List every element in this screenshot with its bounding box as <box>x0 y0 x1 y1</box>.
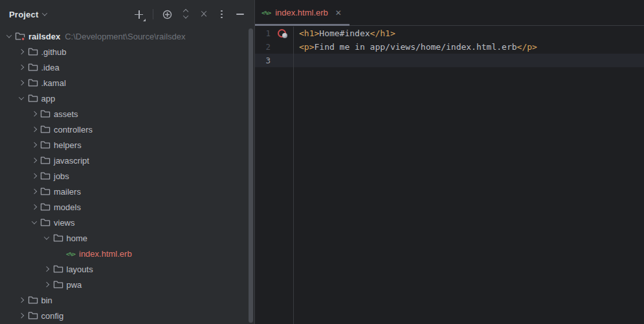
tree-item-config[interactable]: config <box>0 308 248 323</box>
folder-icon <box>39 155 52 166</box>
close-tab-icon[interactable]: ✕ <box>335 9 342 17</box>
tree-item-jobs[interactable]: jobs <box>0 168 248 184</box>
tree-item-label: jobs <box>54 171 69 181</box>
rails-action-gutter-icon[interactable] <box>271 29 293 38</box>
project-view-selector[interactable]: Project <box>9 10 47 19</box>
tree-scrollbar-thumb[interactable] <box>249 28 253 323</box>
project-tool-window: Project <box>0 0 254 324</box>
tree-toggle[interactable] <box>17 81 27 85</box>
tree-toggle[interactable] <box>29 205 39 209</box>
tree-toggle[interactable] <box>17 50 27 54</box>
tree-toggle[interactable] <box>4 34 14 38</box>
project-path: C:\Development\Source\railsdex <box>65 32 185 41</box>
tree-item-pwa[interactable]: pwa <box>0 277 248 292</box>
tree-item-label: app <box>41 94 56 103</box>
tree-toggle[interactable] <box>42 267 52 271</box>
tree-toggle[interactable] <box>29 221 39 224</box>
project-root-folder-icon <box>14 31 27 41</box>
tree-toggle[interactable] <box>17 314 27 318</box>
editor-tab-index-html-erb[interactable]: <%> index.html.erb ✕ <box>255 0 350 25</box>
gutter-divider <box>255 67 294 324</box>
tree-item--kamal[interactable]: .kamal <box>0 75 248 91</box>
tree-item-bin[interactable]: bin <box>0 292 248 308</box>
erb-file-icon: <%> <box>261 9 271 16</box>
tree-item-javascript[interactable]: javascript <box>0 153 248 168</box>
line-number: 1 <box>255 28 271 38</box>
text-token: Home#index <box>319 28 370 38</box>
chevron-right-icon <box>19 49 24 54</box>
folder-icon <box>52 279 65 290</box>
tree-item-controllers[interactable]: controllers <box>0 122 248 137</box>
tree-item-index-html-erb[interactable]: <%>index.html.erb <box>0 246 248 261</box>
collapse-all-button[interactable] <box>198 9 209 20</box>
tree-item-assets[interactable]: assets <box>0 106 248 122</box>
expand-all-button[interactable] <box>180 9 191 20</box>
erb-file-icon: <%> <box>64 250 77 257</box>
chevron-right-icon <box>19 80 24 85</box>
code-line-caret[interactable]: 3 <box>255 54 644 67</box>
folder-icon <box>27 310 39 321</box>
tree-item--idea[interactable]: .idea <box>0 59 248 75</box>
code-editor[interactable]: 1<h1>Home#index</h1>2<p>Find me in app/v… <box>255 27 644 324</box>
chevron-right-icon <box>31 189 36 194</box>
folder-icon <box>52 264 65 274</box>
tree-item-label: models <box>54 202 81 212</box>
folder-icon <box>39 171 52 181</box>
tree-item-label: mailers <box>54 187 81 197</box>
code-line[interactable]: 2<p>Find me in app/views/home/index.html… <box>255 40 644 54</box>
tree-item-helpers[interactable]: helpers <box>0 137 248 153</box>
more-options-button[interactable] <box>216 9 227 20</box>
tree-item-mailers[interactable]: mailers <box>0 184 248 199</box>
tree-item-layouts[interactable]: layouts <box>0 261 248 277</box>
locate-opened-file-button[interactable] <box>162 9 173 20</box>
html-tag-token: </h1> <box>370 28 395 38</box>
folder-icon <box>39 217 52 228</box>
tree-item--github[interactable]: .github <box>0 44 248 59</box>
folder-icon <box>27 93 39 103</box>
chevron-right-icon <box>31 142 36 147</box>
folder-icon <box>27 47 39 57</box>
tree-item-railsdex[interactable]: railsdexC:\Development\Source\railsdex <box>0 28 248 44</box>
tree-toggle[interactable] <box>17 65 27 69</box>
toolbar-actions <box>133 9 245 20</box>
tree-toggle[interactable] <box>42 283 52 286</box>
tree-toggle[interactable] <box>42 236 52 240</box>
tree-item-label: pwa <box>67 280 82 290</box>
chevron-right-icon <box>31 158 36 163</box>
code-text: <p>Find me in app/views/home/index.html.… <box>294 42 537 52</box>
tree-toggle[interactable] <box>29 112 39 116</box>
tree-item-models[interactable]: models <box>0 199 248 215</box>
add-button[interactable] <box>133 9 144 20</box>
chevron-right-icon <box>19 65 24 70</box>
chevron-right-icon <box>19 313 24 318</box>
tree-item-label: views <box>54 218 75 228</box>
folder-icon <box>27 62 39 72</box>
tree-item-label: home <box>67 233 88 243</box>
tree-item-app[interactable]: app <box>0 91 248 106</box>
tree-item-label: railsdex <box>28 32 60 41</box>
tree-toggle[interactable] <box>29 158 39 162</box>
line-number: 3 <box>255 56 271 65</box>
code-line[interactable]: 1<h1>Home#index</h1> <box>255 27 644 40</box>
editor-tab-bar: <%> index.html.erb ✕ <box>255 0 644 26</box>
tree-toggle[interactable] <box>29 127 39 131</box>
tree-item-home[interactable]: home <box>0 230 248 246</box>
dropdown-corner-icon <box>143 19 146 21</box>
folder-icon <box>39 202 52 212</box>
chevron-down-icon <box>19 94 24 100</box>
tree-item-views[interactable]: views <box>0 215 248 230</box>
chevron-right-icon <box>31 204 36 210</box>
tree-toggle[interactable] <box>29 143 39 147</box>
tree-toggle[interactable] <box>17 96 27 100</box>
tree-item-label: layouts <box>67 265 93 274</box>
ide-window: Project <box>0 0 644 324</box>
tree-toggle[interactable] <box>29 174 39 178</box>
folder-icon <box>39 124 52 135</box>
tree-toggle[interactable] <box>29 189 39 193</box>
tree-toggle[interactable] <box>17 298 27 302</box>
folder-icon <box>39 140 52 150</box>
chevron-down-icon <box>31 219 36 224</box>
hide-panel-button[interactable] <box>234 9 245 20</box>
chevron-right-icon <box>44 266 49 272</box>
tree-item-label: .github <box>41 47 67 57</box>
